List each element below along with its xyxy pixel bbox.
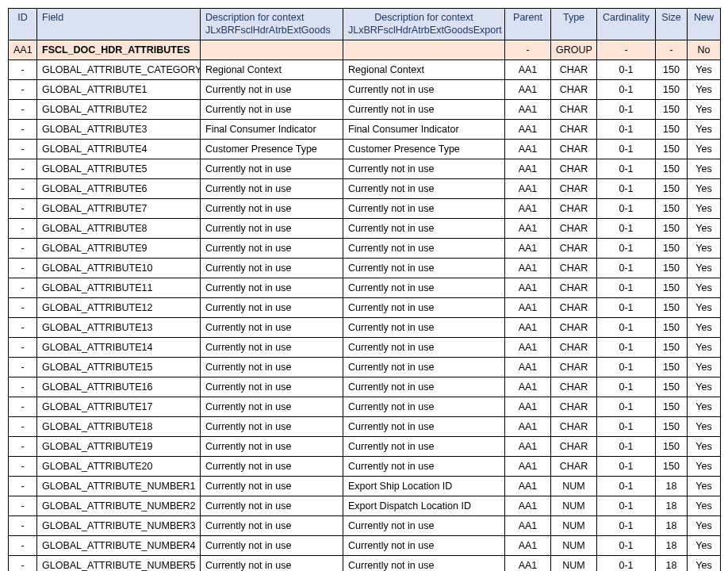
cell-desc2: Currently not in use bbox=[343, 278, 505, 298]
cell-desc2: Final Consumer Indicator bbox=[343, 120, 505, 140]
cell-cardinality: 0-1 bbox=[597, 417, 656, 437]
cell-id: - bbox=[9, 516, 37, 536]
cell-field: GLOBAL_ATTRIBUTE_NUMBER3 bbox=[37, 516, 201, 536]
cell-field: GLOBAL_ATTRIBUTE9 bbox=[37, 239, 201, 259]
cell-field: GLOBAL_ATTRIBUTE19 bbox=[37, 437, 201, 457]
cell-type: CHAR bbox=[551, 318, 597, 338]
cell-size: 18 bbox=[656, 556, 688, 571]
cell-size: 18 bbox=[656, 516, 688, 536]
table-row: -GLOBAL_ATTRIBUTE19Currently not in useC… bbox=[9, 437, 721, 457]
cell-new: Yes bbox=[688, 457, 721, 477]
cell-type: CHAR bbox=[551, 377, 597, 397]
cell-desc1 bbox=[201, 40, 343, 60]
col-desc2: Description for context JLxBRFsclHdrAtrb… bbox=[343, 9, 505, 40]
table-row: -GLOBAL_ATTRIBUTE14Currently not in useC… bbox=[9, 338, 721, 358]
cell-field: GLOBAL_ATTRIBUTE17 bbox=[37, 397, 201, 417]
cell-id: - bbox=[9, 219, 37, 239]
cell-size: 150 bbox=[656, 120, 688, 140]
cell-desc2: Currently not in use bbox=[343, 397, 505, 417]
cell-cardinality: 0-1 bbox=[597, 100, 656, 120]
cell-new: Yes bbox=[688, 159, 721, 179]
cell-desc1: Currently not in use bbox=[201, 338, 343, 358]
cell-cardinality: 0-1 bbox=[597, 457, 656, 477]
cell-id: - bbox=[9, 457, 37, 477]
col-new: New bbox=[688, 9, 721, 40]
cell-new: Yes bbox=[688, 179, 721, 199]
cell-desc2: Customer Presence Type bbox=[343, 140, 505, 159]
cell-type: CHAR bbox=[551, 179, 597, 199]
cell-size: 18 bbox=[656, 536, 688, 556]
table-row: -GLOBAL_ATTRIBUTE12Currently not in useC… bbox=[9, 298, 721, 318]
cell-field: GLOBAL_ATTRIBUTE20 bbox=[37, 457, 201, 477]
cell-size: 150 bbox=[656, 358, 688, 377]
cell-new: No bbox=[688, 40, 721, 60]
cell-id: - bbox=[9, 278, 37, 298]
cell-id: AA1 bbox=[9, 40, 37, 60]
cell-parent: AA1 bbox=[505, 219, 551, 239]
cell-desc2: Currently not in use bbox=[343, 358, 505, 377]
table-row: -GLOBAL_ATTRIBUTE_NUMBER2Currently not i… bbox=[9, 496, 721, 516]
cell-parent: AA1 bbox=[505, 536, 551, 556]
cell-cardinality: 0-1 bbox=[597, 556, 656, 571]
cell-size: 150 bbox=[656, 457, 688, 477]
cell-field: GLOBAL_ATTRIBUTE5 bbox=[37, 159, 201, 179]
cell-size: 150 bbox=[656, 318, 688, 338]
cell-size: 18 bbox=[656, 477, 688, 496]
cell-field: GLOBAL_ATTRIBUTE7 bbox=[37, 199, 201, 219]
cell-new: Yes bbox=[688, 516, 721, 536]
cell-type: CHAR bbox=[551, 259, 597, 278]
cell-id: - bbox=[9, 259, 37, 278]
cell-new: Yes bbox=[688, 140, 721, 159]
cell-cardinality: 0-1 bbox=[597, 80, 656, 100]
cell-desc2: Currently not in use bbox=[343, 457, 505, 477]
cell-field: GLOBAL_ATTRIBUTE_NUMBER1 bbox=[37, 477, 201, 496]
cell-parent: AA1 bbox=[505, 437, 551, 457]
cell-parent: AA1 bbox=[505, 457, 551, 477]
cell-size: 150 bbox=[656, 179, 688, 199]
cell-id: - bbox=[9, 377, 37, 397]
cell-desc1: Currently not in use bbox=[201, 159, 343, 179]
cell-new: Yes bbox=[688, 338, 721, 358]
cell-desc2: Currently not in use bbox=[343, 338, 505, 358]
table-row: -GLOBAL_ATTRIBUTE_NUMBER3Currently not i… bbox=[9, 516, 721, 536]
cell-desc1: Customer Presence Type bbox=[201, 140, 343, 159]
cell-type: NUM bbox=[551, 477, 597, 496]
cell-type: CHAR bbox=[551, 278, 597, 298]
cell-size: - bbox=[656, 40, 688, 60]
cell-id: - bbox=[9, 120, 37, 140]
cell-cardinality: 0-1 bbox=[597, 239, 656, 259]
cell-parent: AA1 bbox=[505, 496, 551, 516]
cell-new: Yes bbox=[688, 417, 721, 437]
cell-desc2: Currently not in use bbox=[343, 318, 505, 338]
table-row: -GLOBAL_ATTRIBUTE16Currently not in useC… bbox=[9, 377, 721, 397]
cell-size: 150 bbox=[656, 259, 688, 278]
cell-id: - bbox=[9, 477, 37, 496]
table-row: -GLOBAL_ATTRIBUTE11Currently not in useC… bbox=[9, 278, 721, 298]
cell-cardinality: 0-1 bbox=[597, 397, 656, 417]
cell-cardinality: 0-1 bbox=[597, 338, 656, 358]
table-header: ID Field Description for context JLxBRFs… bbox=[9, 9, 721, 40]
cell-size: 150 bbox=[656, 159, 688, 179]
cell-parent: AA1 bbox=[505, 140, 551, 159]
cell-cardinality: 0-1 bbox=[597, 159, 656, 179]
cell-id: - bbox=[9, 100, 37, 120]
cell-desc2 bbox=[343, 40, 505, 60]
cell-new: Yes bbox=[688, 199, 721, 219]
cell-cardinality: - bbox=[597, 40, 656, 60]
cell-cardinality: 0-1 bbox=[597, 536, 656, 556]
cell-parent: AA1 bbox=[505, 239, 551, 259]
table-row: -GLOBAL_ATTRIBUTE6Currently not in useCu… bbox=[9, 179, 721, 199]
cell-new: Yes bbox=[688, 278, 721, 298]
cell-type: CHAR bbox=[551, 239, 597, 259]
cell-new: Yes bbox=[688, 318, 721, 338]
cell-desc2: Currently not in use bbox=[343, 556, 505, 571]
cell-new: Yes bbox=[688, 397, 721, 417]
cell-type: CHAR bbox=[551, 159, 597, 179]
cell-parent: - bbox=[505, 40, 551, 60]
cell-field: GLOBAL_ATTRIBUTE_NUMBER2 bbox=[37, 496, 201, 516]
cell-field: GLOBAL_ATTRIBUTE_NUMBER5 bbox=[37, 556, 201, 571]
cell-field: GLOBAL_ATTRIBUTE2 bbox=[37, 100, 201, 120]
cell-type: GROUP bbox=[551, 40, 597, 60]
cell-cardinality: 0-1 bbox=[597, 219, 656, 239]
cell-desc2: Currently not in use bbox=[343, 417, 505, 437]
